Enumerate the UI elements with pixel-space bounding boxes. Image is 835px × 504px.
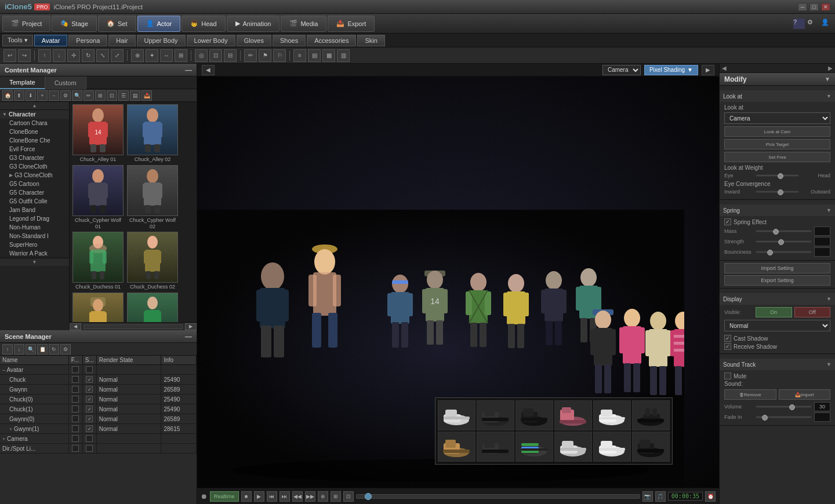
bounciness-handle[interactable] bbox=[767, 250, 773, 255]
tool14[interactable]: ✏ bbox=[244, 49, 257, 62]
shoe-item-8[interactable] bbox=[477, 432, 514, 462]
cm-tool5[interactable]: − bbox=[49, 90, 59, 101]
table-row[interactable]: Gwynn(0) ✓ Normal 26589 bbox=[0, 414, 197, 424]
vp-shading-select[interactable]: Pixel Shading ▼ bbox=[644, 65, 698, 75]
thumb-scroll-right[interactable]: ▶ bbox=[185, 323, 197, 330]
settings-btn[interactable]: ⚙ bbox=[807, 19, 819, 29]
sound-track-header[interactable]: Sound Track ▼ bbox=[720, 359, 835, 370]
tl-realtime[interactable]: Realtime bbox=[210, 491, 239, 502]
nav-set[interactable]: 🏠 Set bbox=[98, 16, 136, 32]
table-row[interactable]: Chuck(0) ✓ Normal 25490 bbox=[0, 395, 197, 404]
tl-prev[interactable]: ⏮ bbox=[267, 491, 277, 502]
visible-off-btn[interactable]: Off bbox=[794, 307, 831, 317]
tree-item-g3-clonecloth2[interactable]: ▶ G3 CloneCloth bbox=[0, 171, 69, 180]
shoe-item-3[interactable] bbox=[515, 400, 553, 430]
tool13[interactable]: ⊟ bbox=[224, 49, 237, 62]
tab-lower-body[interactable]: Lower Body bbox=[187, 35, 235, 46]
tool19[interactable]: ▦ bbox=[322, 49, 335, 62]
receive-shadow-checkbox[interactable] bbox=[724, 343, 731, 350]
cm-tool12[interactable]: ▤ bbox=[130, 90, 140, 101]
tab-shoes[interactable]: Shoes bbox=[273, 35, 306, 46]
table-row[interactable]: + Gwynn(1) ✓ Normal 28615 bbox=[0, 424, 197, 434]
tree-item-clonebone-che[interactable]: CloneBone Che bbox=[0, 136, 69, 145]
convergence-handle[interactable] bbox=[778, 189, 783, 195]
modify-arrow[interactable]: ▼ bbox=[825, 76, 830, 82]
table-row[interactable]: + Camera bbox=[0, 434, 197, 444]
nav-head[interactable]: 👦 Head bbox=[181, 16, 225, 32]
sm-tool6[interactable]: ⚙ bbox=[60, 344, 71, 355]
vp-camera-select[interactable]: Camera bbox=[602, 65, 641, 75]
visible-on-btn[interactable]: On bbox=[756, 307, 792, 317]
tl-extra3[interactable]: ⊡ bbox=[343, 491, 354, 502]
tl-stop[interactable]: ■ bbox=[241, 491, 252, 502]
help-btn[interactable]: ? bbox=[793, 19, 805, 29]
cm-tool9[interactable]: ⊞ bbox=[95, 90, 106, 101]
tree-scroll-down[interactable]: ▼ bbox=[32, 260, 37, 265]
tab-avatar[interactable]: Avatar bbox=[34, 35, 68, 46]
tree-item-character-root[interactable]: ▼ Character bbox=[0, 110, 69, 119]
spring-header[interactable]: Spring ▼ bbox=[720, 204, 835, 216]
redo-btn[interactable]: ↪ bbox=[18, 49, 31, 62]
tl-next[interactable]: ⏭ bbox=[279, 491, 290, 502]
sm-tool4[interactable]: 📋 bbox=[37, 344, 48, 355]
vp-collapse-btn[interactable]: ◀ bbox=[202, 65, 215, 75]
bounciness-slider[interactable] bbox=[756, 251, 812, 253]
shoe-item-9[interactable] bbox=[515, 432, 553, 462]
thumb-chuck-shygirl-01[interactable]: Chuck_Shygirl 01 bbox=[72, 293, 124, 322]
shoe-item-6[interactable] bbox=[632, 400, 670, 430]
tl-clock[interactable]: ⏰ bbox=[705, 491, 716, 502]
rotate-btn[interactable]: ↻ bbox=[82, 49, 95, 62]
table-row[interactable]: Gwynn ✓ Normal 26589 bbox=[0, 385, 197, 395]
cast-shadow-checkbox[interactable] bbox=[724, 335, 731, 342]
table-row[interactable]: Chuck ✓ Normal 25490 bbox=[0, 375, 197, 385]
volume-slider[interactable] bbox=[756, 406, 812, 408]
mute-checkbox[interactable] bbox=[724, 372, 731, 379]
minimize-btn[interactable]: ─ bbox=[798, 3, 807, 11]
tree-item-g5-outfit[interactable]: G5 Outfit Colle bbox=[0, 197, 69, 206]
cm-import[interactable]: 📥 bbox=[141, 90, 152, 101]
maximize-btn[interactable]: □ bbox=[809, 3, 819, 11]
table-row[interactable]: − Avatar bbox=[0, 365, 197, 375]
tree-item-g5-cartoon[interactable]: G5 Cartoon bbox=[0, 180, 69, 188]
tree-item-superhero[interactable]: SuperHero bbox=[0, 240, 69, 249]
tool17[interactable]: ≡ bbox=[293, 49, 306, 62]
thumb-scrollbar[interactable] bbox=[84, 324, 183, 329]
tree-item-g3-character[interactable]: G3 Character bbox=[0, 154, 69, 162]
cm-tool8[interactable]: ✏ bbox=[84, 90, 94, 101]
content-manager-close[interactable]: — bbox=[185, 66, 192, 74]
tab-upper-body[interactable]: Upper Body bbox=[137, 35, 186, 46]
shoe-item-10[interactable] bbox=[554, 432, 592, 462]
eye-slider[interactable] bbox=[756, 174, 799, 177]
look-at-header[interactable]: Look at ▼ bbox=[720, 90, 835, 102]
tab-accessories[interactable]: Accessories bbox=[307, 35, 356, 46]
spring-effect-checkbox[interactable] bbox=[724, 218, 731, 225]
tree-item-evil-force[interactable]: Evil Force bbox=[0, 145, 69, 154]
tab-hair[interactable]: Hair bbox=[108, 35, 135, 46]
rp-right-arrow[interactable]: ▶ bbox=[828, 65, 833, 71]
export-setting-btn[interactable]: Export Setting bbox=[724, 275, 830, 286]
thumb-chuck-duchess-02[interactable]: Chuck_Duchess 02 bbox=[126, 232, 179, 290]
tl-rewind[interactable]: ◀◀ bbox=[292, 491, 303, 502]
eye-slider-handle[interactable] bbox=[778, 173, 783, 179]
tree-item-g3-clonecloth1[interactable]: G3 CloneCloth bbox=[0, 162, 69, 171]
tab-custom[interactable]: Custom bbox=[45, 76, 86, 89]
nav-project[interactable]: 🎬 Project bbox=[2, 16, 50, 32]
scene-manager-close[interactable]: — bbox=[185, 333, 192, 341]
tl-slider-handle[interactable] bbox=[365, 493, 372, 500]
tl-extra2[interactable]: ⊞ bbox=[331, 491, 341, 502]
thumb-chuck-alley-01[interactable]: 14 Chuck_Alley 01 bbox=[72, 104, 124, 163]
tool11[interactable]: ◎ bbox=[195, 49, 208, 62]
mass-handle[interactable] bbox=[773, 229, 779, 235]
tool10[interactable]: ⊞ bbox=[175, 49, 187, 62]
sm-tool3[interactable]: 🔍 bbox=[26, 344, 36, 355]
tree-scroll-up[interactable]: ▲ bbox=[32, 103, 37, 108]
tl-extra1[interactable]: ⊕ bbox=[318, 491, 328, 502]
thumb-chuck-cypher-01[interactable]: Chuck_Cypher Wolf 01 bbox=[72, 165, 124, 230]
remove-sound-btn[interactable]: 🗑 Remove bbox=[724, 389, 776, 400]
thumb-chuck-shygirl-02[interactable]: Chuck_Shygirl 02 bbox=[126, 293, 179, 322]
fade-in-handle[interactable] bbox=[762, 415, 768, 421]
tool16[interactable]: ⚐ bbox=[273, 49, 286, 62]
import-sound-btn[interactable]: 📥 Import bbox=[779, 389, 831, 400]
nav-stage[interactable]: 🎭 Stage bbox=[52, 16, 97, 32]
tree-item-legond[interactable]: Legond of Drag bbox=[0, 214, 69, 223]
